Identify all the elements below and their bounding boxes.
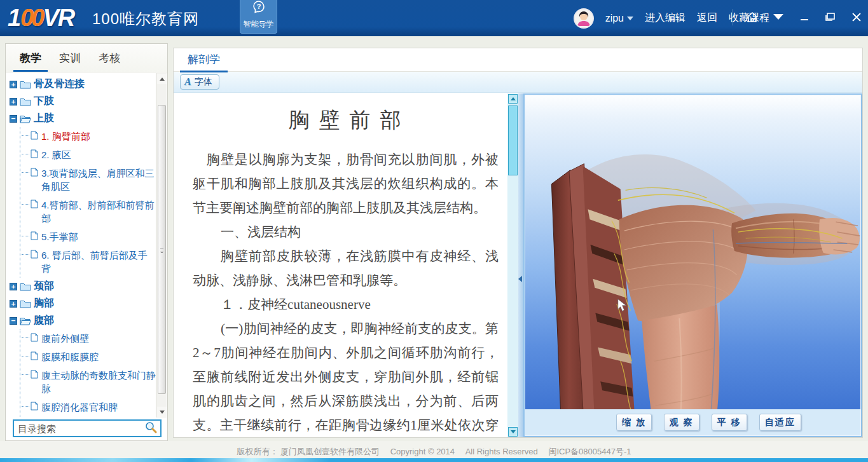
auto-fit-button[interactable]: 自适应 — [759, 414, 801, 431]
tree-leaf[interactable]: 腹膜后腔及器官 — [22, 416, 156, 418]
tree-scroll-thumb[interactable] — [158, 105, 166, 394]
article-scrollbar[interactable] — [507, 93, 518, 437]
tree-leaf-label: 3.项背部浅层、肩胛区和三角肌区 — [41, 166, 156, 193]
avatar[interactable] — [574, 8, 594, 29]
course-tree: +骨及骨连接+下肢−上肢1. 胸臂前部2. 腋区3.项背部浅层、肩胛区和三角肌区… — [10, 76, 156, 418]
collapse-icon[interactable]: − — [10, 317, 17, 325]
tree-leaf[interactable]: 腹主动脉的奇数脏支和门静脉 — [22, 366, 156, 398]
tree-node[interactable]: +颈部 — [10, 278, 156, 295]
article-scroll-thumb[interactable] — [508, 105, 518, 175]
app-header: 100VR 100唯尔教育网 ? 智能导学 zipu 进入编辑 返回 收藏课程 — [0, 0, 868, 36]
divider — [732, 9, 733, 25]
document-icon — [31, 166, 38, 177]
tab-practice[interactable]: 实训 — [50, 44, 90, 72]
article-body: 胸壁是以胸廓为支架，肋骨间充以肋间肌，外被躯干肌和胸部上肢肌及其浅层的炊组织构成… — [193, 147, 499, 437]
site-title: 100唯尔教育网 — [92, 9, 199, 29]
tree-node-label: 颈部 — [34, 280, 54, 293]
restore-icon[interactable] — [824, 11, 837, 24]
logo-text: 1 — [8, 4, 20, 32]
tree-node[interactable]: −上肢 — [10, 110, 156, 127]
collapse-arrow-icon[interactable] — [518, 276, 522, 282]
tree-leaf[interactable]: 2. 腋区 — [22, 146, 156, 164]
tree-leaf[interactable]: 腹膜和腹膜腔 — [22, 348, 156, 366]
article-title: 胸壁前部 — [200, 106, 499, 135]
minimize-icon[interactable] — [798, 11, 811, 24]
tree-node[interactable]: +胸部 — [10, 295, 156, 312]
article-paragraph: 胸壁是以胸廓为支架，肋骨间充以肋间肌，外被躯干肌和胸部上肢肌及其浅层的炊组织构成… — [193, 147, 499, 220]
copyright-text: 版权所有： 厦门凤凰创壹软件有限公司 Copyright © 2014 All … — [0, 446, 868, 458]
catalog-search-box — [13, 419, 162, 437]
smart-guide-button[interactable]: ? 智能导学 — [240, 0, 277, 34]
tab-teaching[interactable]: 教学 — [11, 44, 50, 72]
tree-leaf[interactable]: 4.臂前部、肘前部和前臂前部 — [22, 196, 156, 228]
expand-icon[interactable]: + — [10, 98, 17, 105]
pan-button[interactable]: 平 移 — [712, 414, 747, 431]
tree-leaf-label: 腹膜和腹膜腔 — [41, 350, 99, 363]
username-menu[interactable]: zipu — [605, 13, 633, 24]
scroll-up-icon[interactable] — [508, 94, 518, 104]
tree-node[interactable]: −腹部 — [10, 312, 156, 329]
brand-logo[interactable]: 100VR — [8, 4, 74, 32]
tree-leaf[interactable]: 1. 胸臂前部 — [22, 127, 156, 146]
expand-icon[interactable]: + — [10, 300, 17, 308]
folder-closed-icon — [20, 299, 31, 308]
document-icon — [31, 400, 38, 411]
course-sidebar: 教学 实训 考核 +骨及骨连接+下肢−上肢1. 胸臂前部2. 腋区3.项背部浅层… — [5, 43, 168, 441]
tree-leaf[interactable]: 腹腔消化器官和脾 — [22, 398, 156, 416]
page-footer: 版权所有： 厦门凤凰创壹软件有限公司 Copyright © 2014 All … — [0, 441, 868, 462]
tab-assessment[interactable]: 考核 — [90, 44, 129, 72]
search-icon[interactable] — [144, 421, 157, 436]
tree-node[interactable]: +骨及骨连接 — [10, 76, 156, 93]
viewer-toolbar: 缩 放 观 察 平 移 自适应 — [525, 409, 860, 435]
chevron-down-icon — [627, 17, 633, 20]
scroll-up-icon[interactable] — [157, 74, 167, 84]
article-paragraph: (一)肋间神经的皮支，即胸神经前支的皮支。第2～7肋间神经在肋间内、外肌之间循环… — [193, 316, 499, 437]
tree-leaf-label: 2. 腋区 — [41, 148, 71, 161]
catalog-search-input[interactable] — [18, 423, 144, 434]
scroll-down-icon[interactable] — [508, 427, 518, 437]
tree-node-label: 胸部 — [34, 297, 54, 310]
model-3d-stage[interactable] — [525, 95, 860, 411]
collapse-icon[interactable]: − — [10, 115, 17, 123]
tree-leaf-label-selected: 1. 胸臂前部 — [41, 130, 90, 143]
document-icon — [31, 148, 38, 158]
sidebar-tabs: 教学 实训 考核 — [6, 44, 167, 72]
expand-icon[interactable]: + — [10, 81, 17, 88]
username: zipu — [605, 13, 624, 24]
tree-leaf[interactable]: 6. 臂后部、前臂后部及手背 — [22, 246, 156, 278]
tree-node-label: 下肢 — [34, 95, 54, 108]
font-button[interactable]: A 字体 — [180, 74, 219, 90]
font-icon: A — [184, 76, 191, 88]
tree-leaf-label: 腹主动脉的奇数脏支和门静脉 — [41, 369, 156, 395]
folder-open-icon — [20, 316, 31, 325]
tree-node[interactable]: +下肢 — [10, 93, 156, 110]
tree-leaf[interactable]: 腹前外侧壁 — [22, 329, 156, 348]
content-toolbar: A 字体 — [174, 72, 862, 93]
tree-leaf[interactable]: 5.手掌部 — [22, 228, 156, 246]
tree-leaf[interactable]: 3.项背部浅层、肩胛区和三角肌区 — [22, 164, 156, 196]
folder-closed-icon — [20, 282, 31, 291]
observe-button[interactable]: 观 察 — [664, 414, 699, 431]
document-icon — [31, 248, 38, 259]
back-link[interactable]: 返回 — [697, 11, 717, 25]
zoom-button[interactable]: 缩 放 — [616, 414, 652, 431]
close-icon[interactable] — [850, 11, 863, 24]
tree-children: 腹前外侧壁腹膜和腹膜腔腹主动脉的奇数脏支和门静脉腹腔消化器官和脾腹膜后腔及器官 — [20, 329, 156, 418]
expand-icon[interactable]: + — [10, 283, 17, 290]
folder-open-icon — [20, 114, 31, 123]
tree-scrollbar[interactable] — [156, 73, 167, 418]
document-icon — [31, 350, 38, 360]
scroll-down-icon[interactable] — [157, 407, 167, 417]
content-tabbar: 解剖学 — [174, 48, 862, 72]
dropdown-triangle-icon[interactable] — [772, 11, 785, 24]
article-paragraph: 胸壁前部皮肤较薄，在浅筋膜中有皮神经、浅动脉、浅静脉、浅淋巴管和乳腺等。 — [193, 244, 499, 292]
document-icon — [31, 230, 38, 240]
tab-anatomy[interactable]: 解剖学 — [188, 52, 220, 67]
tree-children: 1. 胸臂前部2. 腋区3.项背部浅层、肩胛区和三角肌区4.臂前部、肘前部和前臂… — [20, 127, 156, 278]
svg-text:?: ? — [256, 3, 261, 10]
enter-edit-link[interactable]: 进入编辑 — [645, 11, 685, 25]
home-icon[interactable] — [746, 11, 759, 24]
panel-splitter[interactable] — [518, 93, 523, 437]
tree-node-label: 腹部 — [34, 314, 54, 327]
head-question-icon: ? — [251, 0, 266, 18]
